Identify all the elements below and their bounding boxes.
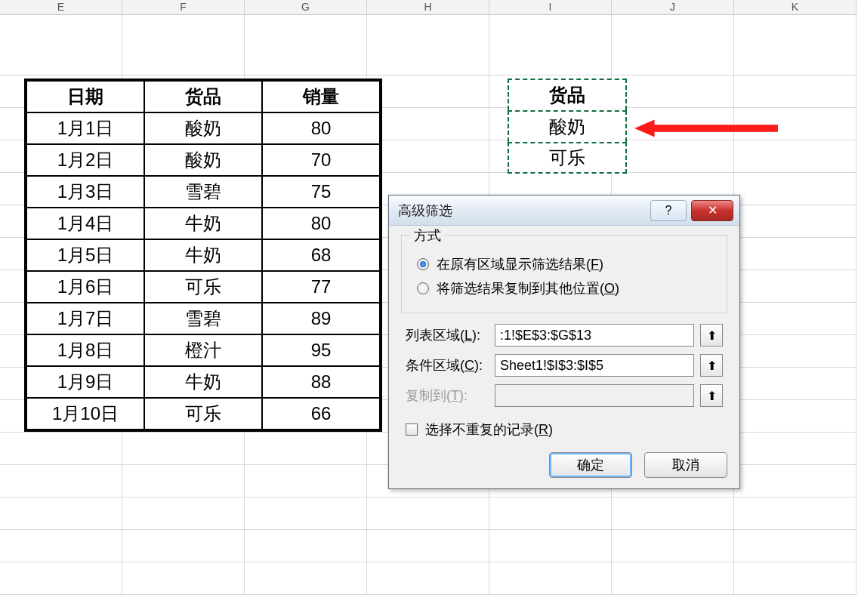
checkbox-icon[interactable] <box>406 424 418 436</box>
grid-cell[interactable] <box>0 562 122 595</box>
grid-cell[interactable] <box>367 108 489 140</box>
criteria-range-input[interactable]: Sheet1!$I$3:$I$5 <box>495 354 694 377</box>
ok-button[interactable]: 确定 <box>549 452 632 478</box>
cell-date[interactable]: 1月6日 <box>26 271 144 303</box>
dialog-titlebar[interactable]: 高级筛选 ? ✕ <box>389 196 739 226</box>
grid-cell[interactable] <box>0 433 122 465</box>
table-row[interactable]: 1月2日酸奶70 <box>26 144 380 176</box>
copy-to-picker-button[interactable]: ⬆ <box>700 384 723 407</box>
list-range-picker-button[interactable]: ⬆ <box>700 324 723 346</box>
cell-product[interactable]: 牛奶 <box>144 239 262 271</box>
cell-sales[interactable]: 70 <box>262 144 380 176</box>
table-row[interactable]: 1月6日可乐77 <box>26 271 380 303</box>
col-header-J[interactable]: J <box>612 0 734 15</box>
grid-cell[interactable] <box>245 465 367 497</box>
grid-cell[interactable] <box>612 75 734 108</box>
col-header-F[interactable]: F <box>122 0 245 15</box>
grid-cell[interactable] <box>734 562 856 595</box>
header-sales[interactable]: 销量 <box>262 81 380 112</box>
criteria-range-picker-button[interactable]: ⬆ <box>700 354 723 377</box>
header-date[interactable]: 日期 <box>26 81 144 112</box>
table-row[interactable]: 1月5日牛奶68 <box>26 239 380 271</box>
grid-cell[interactable] <box>122 497 245 530</box>
cell-sales[interactable]: 80 <box>262 208 380 239</box>
grid-cell[interactable] <box>0 497 122 530</box>
grid-cell[interactable] <box>122 15 245 75</box>
col-header-E[interactable]: E <box>0 0 122 15</box>
grid-cell[interactable] <box>489 497 612 530</box>
help-button[interactable]: ? <box>650 200 687 221</box>
header-product[interactable]: 货品 <box>144 81 262 112</box>
grid-row[interactable] <box>0 15 858 75</box>
cell-sales[interactable]: 89 <box>262 303 380 334</box>
grid-cell[interactable] <box>122 562 245 595</box>
cell-product[interactable]: 酸奶 <box>144 112 262 144</box>
grid-cell[interactable] <box>489 562 612 595</box>
grid-cell[interactable] <box>734 497 856 530</box>
cell-date[interactable]: 1月2日 <box>26 144 144 176</box>
grid-cell[interactable] <box>734 433 856 465</box>
table-row[interactable]: 1月3日雪碧75 <box>26 176 380 208</box>
col-header-K[interactable]: K <box>734 0 856 15</box>
grid-cell[interactable] <box>734 465 856 497</box>
col-header-I[interactable]: I <box>489 0 612 15</box>
cell-product[interactable]: 橙汁 <box>144 334 262 366</box>
grid-row[interactable] <box>0 530 858 562</box>
cell-date[interactable]: 1月8日 <box>26 334 144 366</box>
col-header-G[interactable]: G <box>245 0 367 15</box>
cell-product[interactable]: 雪碧 <box>144 176 262 208</box>
cell-sales[interactable]: 77 <box>262 271 380 303</box>
grid-cell[interactable] <box>367 530 489 562</box>
grid-cell[interactable] <box>367 75 489 108</box>
advanced-filter-dialog[interactable]: 高级筛选 ? ✕ 方式 在原有区域显示筛选结果(F) 将筛选结果复制到其他位置(… <box>388 195 740 489</box>
cell-date[interactable]: 1月9日 <box>26 366 144 398</box>
grid-cell[interactable] <box>612 140 734 173</box>
cell-sales[interactable]: 88 <box>262 366 380 398</box>
grid-cell[interactable] <box>734 75 856 108</box>
cell-sales[interactable]: 66 <box>262 398 380 430</box>
grid-row[interactable] <box>0 497 858 530</box>
grid-cell[interactable] <box>367 140 489 173</box>
grid-cell[interactable] <box>734 368 856 400</box>
grid-cell[interactable] <box>0 530 122 562</box>
cell-product[interactable]: 可乐 <box>144 271 262 303</box>
grid-cell[interactable] <box>734 530 856 562</box>
grid-cell[interactable] <box>245 562 367 595</box>
grid-cell[interactable] <box>489 75 612 108</box>
cell-sales[interactable]: 68 <box>262 239 380 271</box>
grid-cell[interactable] <box>734 15 856 75</box>
grid-cell[interactable] <box>489 530 612 562</box>
table-row[interactable]: 1月9日牛奶88 <box>26 366 380 398</box>
list-range-input[interactable]: :1!$E$3:$G$13 <box>495 324 694 346</box>
grid-cell[interactable] <box>122 433 245 465</box>
grid-cell[interactable] <box>489 108 612 140</box>
cell-product[interactable]: 牛奶 <box>144 366 262 398</box>
radio-copy-other[interactable]: 将筛选结果复制到其他位置(O) <box>417 279 711 297</box>
grid-cell[interactable] <box>245 497 367 530</box>
grid-cell[interactable] <box>734 173 856 205</box>
table-row[interactable]: 1月10日可乐66 <box>26 398 380 430</box>
cell-date[interactable]: 1月5日 <box>26 239 144 271</box>
cell-product[interactable]: 酸奶 <box>144 144 262 176</box>
cell-date[interactable]: 1月7日 <box>26 303 144 334</box>
grid-cell[interactable] <box>734 335 856 368</box>
grid-cell[interactable] <box>245 433 367 465</box>
grid-cell[interactable] <box>734 205 856 238</box>
cancel-button[interactable]: 取消 <box>644 452 727 478</box>
grid-cell[interactable] <box>734 140 856 173</box>
cell-date[interactable]: 1月4日 <box>26 208 144 239</box>
grid-cell[interactable] <box>367 497 489 530</box>
grid-cell[interactable] <box>489 15 612 75</box>
grid-cell[interactable] <box>612 562 734 595</box>
grid-cell[interactable] <box>367 15 489 75</box>
grid-cell[interactable] <box>612 530 734 562</box>
grid-row[interactable] <box>0 562 858 595</box>
grid-cell[interactable] <box>367 562 489 595</box>
grid-cell[interactable] <box>734 303 856 335</box>
cell-product[interactable]: 牛奶 <box>144 208 262 239</box>
grid-cell[interactable] <box>612 15 734 75</box>
cell-date[interactable]: 1月3日 <box>26 176 144 208</box>
grid-cell[interactable] <box>0 15 122 75</box>
grid-cell[interactable] <box>734 270 856 303</box>
table-row[interactable]: 1月8日橙汁95 <box>26 334 380 366</box>
